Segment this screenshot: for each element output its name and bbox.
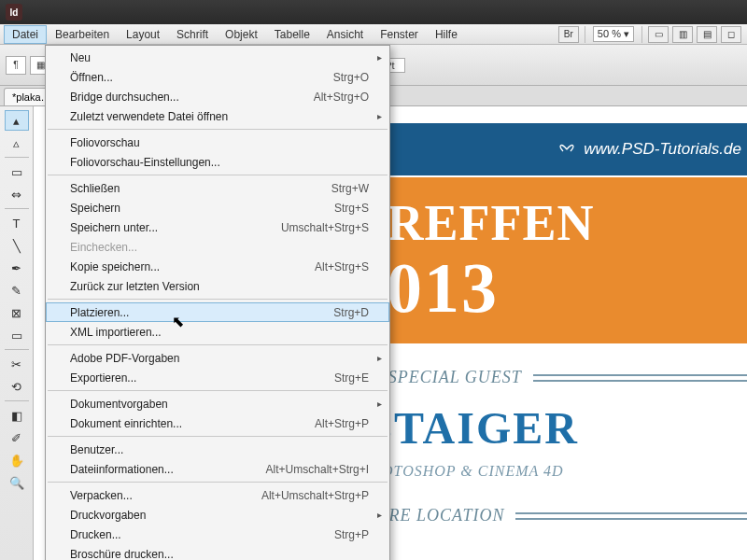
menu-item-label: Druckvorgaben xyxy=(70,509,369,522)
frame-tool[interactable]: ⊠ xyxy=(5,302,29,323)
page-tool[interactable]: ▭ xyxy=(5,161,29,182)
menu-item-dateiinformationen[interactable]: Dateiinformationen...Alt+Umschalt+Strg+I xyxy=(46,459,389,479)
view-mode-button-2[interactable]: ▥ xyxy=(672,26,693,43)
menu-item-label: Zuletzt verwendete Datei öffnen xyxy=(70,110,369,123)
menu-item-label: XML importieren... xyxy=(70,326,369,339)
menu-item-label: Adobe PDF-Vorgaben xyxy=(70,352,369,365)
menu-item-label: Neu xyxy=(70,51,369,64)
menu-item-shortcut: Strg+S xyxy=(334,202,369,215)
rect-tool[interactable]: ▭ xyxy=(5,325,29,345)
workspace-switch[interactable]: Br xyxy=(558,26,579,43)
menu-item-platzieren[interactable]: Platzieren...Strg+D xyxy=(46,302,389,322)
menu-item-speichern[interactable]: SpeichernStrg+S xyxy=(46,198,389,217)
menu-objekt[interactable]: Objekt xyxy=(217,25,266,44)
menu-item-label: Verpacken... xyxy=(70,489,261,502)
site-url: www.PSD-Tutorials.de xyxy=(584,140,741,159)
paragraph-style-icon[interactable]: ¶ xyxy=(6,56,26,75)
menu-item-zur-ck-zur-letzten-version[interactable]: Zurück zur letzten Version xyxy=(46,276,389,296)
menu-item-shortcut: Strg+W xyxy=(331,182,369,195)
menu-item-shortcut: Alt+Strg+P xyxy=(315,417,369,430)
menu-item-zuletzt-verwendete-datei-ffnen[interactable]: Zuletzt verwendete Datei öffnen xyxy=(46,106,389,126)
line-tool[interactable]: ╲ xyxy=(5,235,29,256)
menu-item-druckvorgaben[interactable]: Druckvorgaben xyxy=(46,505,389,525)
menu-hilfe[interactable]: Hilfe xyxy=(427,25,466,44)
menu-item-drucken[interactable]: Drucken...Strg+P xyxy=(46,525,389,544)
menu-item-label: Bridge durchsuchen... xyxy=(70,91,314,104)
menu-item-kopie-speichern[interactable]: Kopie speichern...Alt+Strg+S xyxy=(46,257,389,276)
menu-item-label: Dokument einrichten... xyxy=(70,417,315,430)
menu-item-label: Speichern xyxy=(70,202,334,215)
hand-tool[interactable]: ✋ xyxy=(5,450,29,470)
butterfly-icon xyxy=(557,140,576,159)
menu-item-label: Platzieren... xyxy=(70,306,333,319)
app-titlebar: Id xyxy=(0,0,747,24)
zoom-tool[interactable]: 🔍 xyxy=(5,472,29,493)
menu-tabelle[interactable]: Tabelle xyxy=(266,25,318,44)
scissors-tool[interactable]: ✂ xyxy=(5,354,29,374)
menu-item-shortcut: Alt+Umschalt+Strg+P xyxy=(261,489,369,502)
menu-bearbeiten[interactable]: Bearbeiten xyxy=(47,25,118,44)
menu-item-foliovorschau[interactable]: Foliovorschau xyxy=(46,133,389,152)
menu-item-ffnen[interactable]: Öffnen...Strg+O xyxy=(46,67,389,87)
menu-item-label: Zurück zur letzten Version xyxy=(70,280,369,293)
menu-item-adobe-pdf-vorgaben[interactable]: Adobe PDF-Vorgaben xyxy=(46,348,389,368)
toolbox: ▴ ▵ ▭ ⇔ T ╲ ✒ ✎ ⊠ ▭ ✂ ⟲ ◧ ✐ ✋ 🔍 xyxy=(0,106,34,560)
selection-tool[interactable]: ▴ xyxy=(5,110,29,131)
eyedropper-tool[interactable]: ✐ xyxy=(5,427,29,448)
view-mode-button-3[interactable]: ▤ xyxy=(697,26,717,43)
menu-datei[interactable]: Datei xyxy=(4,25,47,44)
type-tool[interactable]: T xyxy=(5,213,29,233)
menu-item-label: Schließen xyxy=(70,182,331,195)
menu-item-exportieren[interactable]: Exportieren...Strg+E xyxy=(46,368,389,387)
pen-tool[interactable]: ✒ xyxy=(5,258,29,278)
menu-item-brosch-re-drucken[interactable]: Broschüre drucken... xyxy=(46,544,389,560)
gradient-tool[interactable]: ◧ xyxy=(5,405,29,426)
menu-item-label: Dokumentvorgaben xyxy=(70,398,369,411)
menu-item-label: Kopie speichern... xyxy=(70,260,315,273)
menu-item-einchecken: Einchecken... xyxy=(46,237,389,257)
menu-item-label: Foliovorschau xyxy=(70,136,369,149)
menu-item-label: Speichern unter... xyxy=(70,221,281,234)
menu-item-shortcut: Umschalt+Strg+S xyxy=(281,221,369,234)
pencil-tool[interactable]: ✎ xyxy=(5,280,29,301)
gap-tool[interactable]: ⇔ xyxy=(5,184,29,204)
menu-item-shortcut: Alt+Umschalt+Strg+I xyxy=(266,463,369,476)
menu-layout[interactable]: Layout xyxy=(118,25,168,44)
menu-item-shortcut: Strg+P xyxy=(334,528,369,541)
menu-item-label: Drucken... xyxy=(70,528,334,541)
menu-item-benutzer[interactable]: Benutzer... xyxy=(46,440,389,459)
menu-item-label: Broschüre drucken... xyxy=(70,548,369,561)
menu-item-schlie-en[interactable]: SchließenStrg+W xyxy=(46,178,389,198)
file-menu-dropdown: NeuÖffnen...Strg+OBridge durchsuchen...A… xyxy=(45,45,390,560)
menu-item-label: Benutzer... xyxy=(70,443,369,456)
menu-ansicht[interactable]: Ansicht xyxy=(318,25,372,44)
view-mode-button-1[interactable]: ▭ xyxy=(648,26,669,43)
menu-item-speichern-unter[interactable]: Speichern unter...Umschalt+Strg+S xyxy=(46,217,389,237)
menu-item-label: Einchecken... xyxy=(70,241,369,254)
menu-item-shortcut: Strg+O xyxy=(333,71,369,84)
menu-item-label: Exportieren... xyxy=(70,371,334,385)
zoom-level-field[interactable]: 50 % ▾ xyxy=(593,26,634,42)
menu-item-shortcut: Strg+D xyxy=(333,306,369,319)
menu-item-shortcut: Strg+E xyxy=(334,371,369,385)
menu-schrift[interactable]: Schrift xyxy=(168,25,217,44)
transform-tool[interactable]: ⟲ xyxy=(5,376,29,397)
menu-item-bridge-durchsuchen[interactable]: Bridge durchsuchen...Alt+Strg+O xyxy=(46,87,389,106)
menu-item-dokumentvorgaben[interactable]: Dokumentvorgaben xyxy=(46,394,389,413)
menu-item-shortcut: Alt+Strg+O xyxy=(314,91,369,104)
app-logo: Id xyxy=(6,4,22,21)
menu-item-shortcut: Alt+Strg+S xyxy=(315,260,369,273)
menu-item-label: Öffnen... xyxy=(70,71,333,84)
menu-item-label: Foliovorschau-Einstellungen... xyxy=(70,156,369,169)
menubar: DateiBearbeitenLayoutSchriftObjektTabell… xyxy=(0,24,747,45)
menu-item-foliovorschau-einstellungen[interactable]: Foliovorschau-Einstellungen... xyxy=(46,152,389,172)
menu-item-neu[interactable]: Neu xyxy=(46,48,389,67)
menu-item-verpacken[interactable]: Verpacken...Alt+Umschalt+Strg+P xyxy=(46,485,389,505)
menu-fenster[interactable]: Fenster xyxy=(372,25,427,44)
screen-mode-button[interactable]: ◻ xyxy=(721,26,741,43)
menu-item-label: Dateiinformationen... xyxy=(70,463,266,476)
direct-select-tool[interactable]: ▵ xyxy=(5,133,29,153)
menu-item-xml-importieren[interactable]: XML importieren... xyxy=(46,322,389,342)
menu-item-dokument-einrichten[interactable]: Dokument einrichten...Alt+Strg+P xyxy=(46,413,389,433)
